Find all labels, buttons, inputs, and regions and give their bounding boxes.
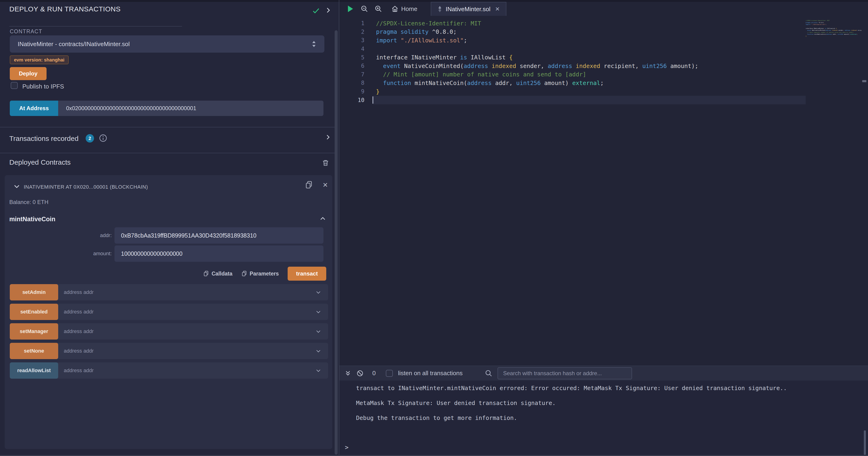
code-line[interactable]: 2pragma solidity ^0.8.0;: [339, 28, 805, 36]
open-function-name: mintNativeCoin: [9, 216, 55, 223]
zoom-out-icon[interactable]: [361, 5, 368, 12]
terminal-line: Debug the transaction to get more inform…: [356, 415, 787, 429]
terminal-prompt[interactable]: >: [345, 444, 349, 451]
code-text: // Mint [amount] number of native coins …: [376, 71, 586, 78]
balance-label: Balance: 0 ETH: [9, 199, 49, 205]
setNone-button[interactable]: setNone: [10, 343, 58, 359]
zoom-in-icon[interactable]: [375, 5, 382, 12]
page-title: DEPLOY & RUN TRANSACTIONS: [9, 5, 121, 13]
panel-expand-chevron-icon[interactable]: [324, 6, 332, 14]
tab-home[interactable]: Home: [392, 5, 417, 12]
readAllowList-input[interactable]: [57, 362, 328, 379]
trash-icon[interactable]: [321, 159, 330, 167]
contract-select[interactable]: INativeMinter - contracts/INativeMinter.…: [10, 35, 324, 53]
chevron-down-icon[interactable]: [315, 329, 321, 335]
tab-inativeminter[interactable]: INativeMinter.sol ✕: [431, 2, 506, 16]
setNone-input[interactable]: [57, 343, 328, 359]
code-line[interactable]: 4: [339, 45, 805, 53]
code-line[interactable]: 8 function mintNativeCoin(address addr, …: [806, 33, 862, 35]
readAllowList-button[interactable]: readAllowList: [10, 362, 58, 379]
publish-ipfs-checkbox[interactable]: [11, 82, 18, 89]
close-icon[interactable]: ✕: [322, 181, 328, 189]
setManager-button[interactable]: setManager: [10, 323, 58, 340]
addr-field-label: addr:: [9, 232, 112, 238]
code-line[interactable]: 10: [806, 37, 862, 39]
code-line[interactable]: 3import "./IAllowList.sol";: [339, 36, 805, 45]
setEnabled-input[interactable]: [57, 304, 328, 320]
code-area[interactable]: 1//SPDX-License-Identifier: MIT2pragma s…: [339, 19, 805, 104]
copy-calldata-button[interactable]: Calldata: [203, 270, 232, 277]
tab-close-icon[interactable]: ✕: [495, 6, 500, 12]
deployed-contract-card: INATIVEMINTER AT 0X020...00001 (BLOCKCHA…: [5, 175, 332, 449]
addr-field-input[interactable]: [115, 227, 323, 244]
code-text: }: [806, 35, 806, 37]
pending-tx-count: 0: [372, 370, 376, 377]
line-number: 4: [339, 46, 365, 52]
contract-label: CONTRACT: [10, 28, 42, 35]
code-line[interactable]: 10: [339, 96, 805, 104]
contract-instance-title[interactable]: INATIVEMINTER AT 0X020...00001 (BLOCKCHA…: [24, 184, 148, 190]
deploy-button[interactable]: Deploy: [10, 67, 46, 80]
function-collapse-chevron-icon[interactable]: [319, 215, 327, 222]
transact-button[interactable]: transact: [288, 267, 326, 281]
code-line[interactable]: 1//SPDX-License-Identifier: MIT: [339, 19, 805, 28]
listen-transactions-label: listen on all transactions: [398, 370, 462, 377]
code-text: pragma solidity ^0.8.0;: [806, 22, 824, 23]
code-line[interactable]: 6 event NativeCoinMinted(address indexed…: [806, 29, 862, 31]
tab-home-label: Home: [401, 5, 417, 12]
code-text: interface INativeMinter is IAllowList {: [376, 54, 513, 61]
copy-calldata-label: Calldata: [212, 270, 232, 277]
at-address-input[interactable]: [58, 101, 323, 116]
function-row-setNone: setNone: [10, 343, 328, 359]
info-icon[interactable]: [99, 134, 107, 143]
amount-field-input[interactable]: [115, 246, 323, 262]
run-script-icon[interactable]: [347, 5, 354, 13]
select-stepper-icon: [311, 40, 316, 48]
code-line[interactable]: 9}: [339, 87, 805, 96]
code-line[interactable]: 9}: [806, 35, 862, 37]
terminal-scrollbar[interactable]: [864, 430, 866, 455]
chevron-down-icon[interactable]: [315, 368, 321, 374]
code-line[interactable]: 8 function mintNativeCoin(address addr, …: [339, 79, 805, 87]
code-line[interactable]: 7 // Mint [amount] number of native coin…: [339, 70, 805, 79]
copy-parameters-button[interactable]: Parameters: [241, 270, 279, 277]
code-line[interactable]: 5interface INativeMinter is IAllowList {: [339, 53, 805, 62]
code-line[interactable]: 4: [806, 25, 862, 27]
terminal-search-input[interactable]: [498, 367, 632, 379]
copy-icon[interactable]: [305, 180, 313, 190]
line-number: 8: [339, 80, 365, 86]
top-strip: [0, 0, 868, 2]
function-row-readAllowList: readAllowList: [10, 362, 328, 379]
terminal-line: MetaMask Tx Signature: User denied trans…: [356, 400, 787, 415]
code-line[interactable]: 1//SPDX-License-Identifier: MIT: [806, 20, 862, 22]
setEnabled-button[interactable]: setEnabled: [10, 304, 58, 320]
code-text: // Mint [amount] number of native coins …: [806, 31, 854, 33]
terminal-collapse-icon[interactable]: [344, 370, 351, 377]
copy-parameters-label: Parameters: [250, 270, 279, 277]
contract-collapse-chevron-icon[interactable]: [13, 182, 21, 190]
panel-scrollbar[interactable]: [335, 30, 338, 455]
search-icon: [485, 370, 492, 377]
minimap[interactable]: 1//SPDX-License-Identifier: MIT2pragma s…: [806, 20, 862, 89]
setManager-input[interactable]: [57, 323, 328, 340]
clear-console-icon[interactable]: [356, 370, 364, 377]
chevron-down-icon[interactable]: [315, 309, 321, 315]
setAdmin-button[interactable]: setAdmin: [10, 284, 58, 301]
code-line[interactable]: 2pragma solidity ^0.8.0;: [806, 22, 862, 23]
code-line[interactable]: 6 event NativeCoinMinted(address indexed…: [339, 62, 805, 70]
function-row-setEnabled: setEnabled: [10, 304, 328, 320]
evm-version-badge: evm version: shanghai: [10, 55, 69, 64]
listen-transactions-checkbox[interactable]: [386, 370, 393, 377]
publish-ipfs-label: Publish to IPFS: [22, 83, 64, 90]
code-line[interactable]: 5interface INativeMinter is IAllowList {: [806, 27, 862, 29]
transactions-expand-chevron-icon[interactable]: [324, 134, 331, 141]
setAdmin-input[interactable]: [57, 284, 328, 301]
code-line[interactable]: 7 // Mint [amount] number of native coin…: [806, 31, 862, 33]
function-action-row: Calldata Parameters transact: [5, 266, 326, 281]
line-number: 5: [339, 54, 365, 61]
at-address-button[interactable]: At Address: [10, 101, 58, 116]
code-text: pragma solidity ^0.8.0;: [376, 28, 457, 35]
chevron-down-icon[interactable]: [315, 289, 321, 295]
code-line[interactable]: 3import "./IAllowList.sol";: [806, 24, 862, 25]
chevron-down-icon[interactable]: [315, 348, 321, 354]
